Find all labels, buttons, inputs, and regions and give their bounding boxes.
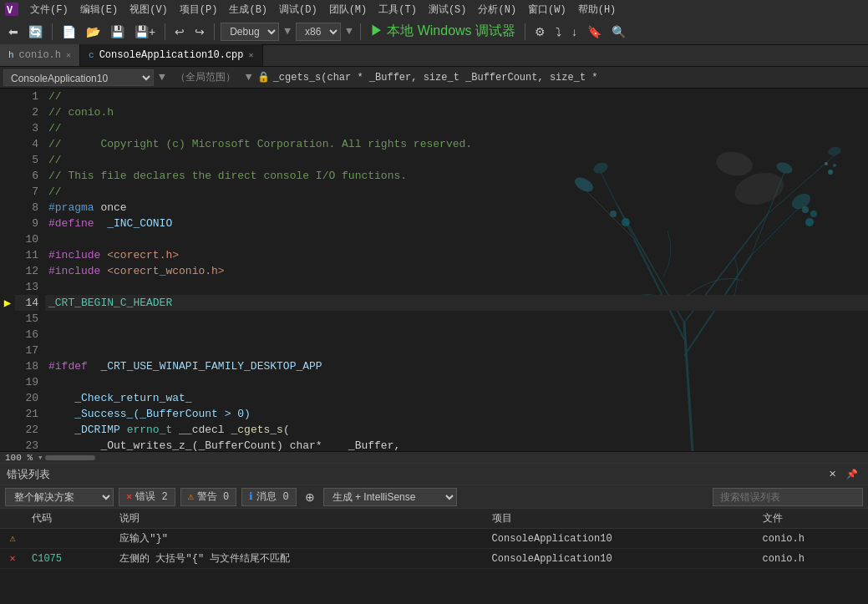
menu-test[interactable]: 测试(S) (424, 1, 472, 18)
tab-conio-icon: h (8, 50, 14, 60)
menu-window[interactable]: 窗口(W) (523, 1, 571, 18)
error-desc-cell: 应输入"}" (113, 529, 485, 549)
save-all-button[interactable]: 💾+ (131, 23, 159, 40)
line-number-19: 19 (15, 374, 38, 390)
save-button[interactable]: 💾 (107, 23, 128, 40)
error-count-label: 错误 2 (135, 490, 167, 504)
code-line-4: // Copyright (c) Microsoft Corporation. … (45, 136, 868, 152)
separator-2 (165, 23, 165, 40)
line-number-6: 6 (15, 168, 38, 184)
code-line-12: #include <corecrt_wconio.h> (45, 263, 868, 279)
separator-3 (214, 23, 215, 40)
line-number-5: 5 (15, 152, 38, 168)
code-line-21: _Success_(_BufferCount > 0) (45, 406, 868, 422)
error-desc-cell: 左侧的 大括号"{" 与文件结尾不匹配 (113, 549, 485, 569)
undo-button[interactable]: ↩ (171, 23, 188, 40)
col-header-desc: 说明 (113, 509, 485, 529)
menu-build[interactable]: 生成(B) (224, 1, 272, 18)
nav-lock-icon: 🔒 (257, 71, 270, 84)
bookmark-button[interactable]: 🔖 (584, 23, 605, 40)
tab-cpp-close[interactable]: ✕ (249, 50, 254, 60)
error-panel-close[interactable]: ✕ (825, 467, 840, 481)
warning-count-badge[interactable]: ⚠ 警告 0 (180, 488, 237, 506)
line-number-8: 8 (15, 200, 38, 216)
error-toolbar: 整个解决方案 ✕ 错误 2 ⚠ 警告 0 ℹ 消息 0 ⊕ 生成 + Intel… (0, 485, 868, 509)
vs-logo: V (3, 1, 20, 18)
tab-conio-close[interactable]: ✕ (66, 50, 71, 60)
menu-view[interactable]: 视图(V) (124, 1, 173, 18)
error-file-cell: conio.h (756, 529, 868, 549)
line-number-11: 11 (15, 247, 38, 263)
error-panel-pin[interactable]: 📌 (843, 467, 861, 481)
code-line-6: // This file declares the direct console… (45, 168, 868, 184)
code-line-20: _Check_return_wat_ (45, 390, 868, 406)
code-line-11: #include <corecrt.h> (45, 247, 868, 263)
code-line-7: // (45, 184, 868, 200)
table-row[interactable]: ⚠ 应输入"}" ConsoleApplication10 conio.h (0, 529, 868, 549)
code-line-2: // conio.h (45, 104, 868, 120)
panel-controls: ✕ 📌 (825, 467, 861, 481)
zoom-icon[interactable]: ▾ (38, 452, 43, 463)
find-button[interactable]: 🔍 (608, 23, 629, 40)
redo-button[interactable]: ↪ (191, 23, 208, 40)
nav-bar: ConsoleApplication10 ▼ （全局范围） ▼ 🔒 _cgets… (0, 67, 868, 89)
message-count-label: 消息 0 (256, 490, 288, 504)
code-line-16 (45, 327, 868, 343)
platform-select[interactable]: x86 (296, 23, 341, 41)
col-header-code: 代码 (25, 509, 113, 529)
error-project-cell: ConsoleApplication10 (485, 549, 756, 569)
code-line-14: _CRT_BEGIN_C_HEADER (45, 295, 868, 311)
back-button[interactable]: ⬅ (5, 23, 22, 40)
code-line-22: _DCRIMP errno_t __cdecl _cgets_s( (45, 422, 868, 438)
menu-tools[interactable]: 工具(T) (373, 1, 422, 18)
nav-func-label: _cgets_s(char * _Buffer, size_t _BufferC… (273, 72, 865, 84)
code-area[interactable]: //// conio.h//// Copyright (c) Microsoft… (45, 89, 868, 451)
error-code-link[interactable]: C1075 (32, 553, 62, 565)
menu-analyze[interactable]: 分析(N) (473, 1, 521, 18)
message-count-badge[interactable]: ℹ 消息 0 (241, 488, 296, 506)
line-number-12: 12 (15, 263, 38, 279)
error-search-input[interactable] (713, 488, 863, 506)
run-button[interactable]: ▶ 本地 Windows 调试器 (367, 23, 519, 40)
separator-4 (360, 23, 361, 40)
line-number-20: 20 (15, 390, 38, 406)
menu-file[interactable]: 文件(F) (25, 1, 74, 18)
warning-count-label: 警告 0 (197, 490, 229, 504)
menu-edit[interactable]: 编辑(E) (75, 1, 124, 18)
tab-cpp-icon: c (89, 50, 94, 60)
error-build-select[interactable]: 生成 + IntelliSense (323, 488, 457, 506)
code-line-15 (45, 311, 868, 327)
error-count-badge[interactable]: ✕ 错误 2 (119, 488, 175, 506)
debug-config-select[interactable]: Debug (221, 23, 279, 41)
step-into-button[interactable]: ↓ (568, 23, 581, 40)
line-number-16: 16 (15, 327, 38, 343)
menu-debug[interactable]: 调试(D) (274, 1, 322, 18)
line-number-15: 15 (15, 311, 38, 327)
nav-project-select[interactable]: ConsoleApplication10 (3, 69, 154, 86)
menu-team[interactable]: 团队(M) (324, 1, 373, 18)
code-line-17 (45, 343, 868, 358)
horizontal-scrollbar[interactable] (43, 454, 868, 462)
error-filter-toggle[interactable]: ⊕ (302, 489, 318, 505)
line-number-21: 21 (15, 406, 38, 422)
menu-project[interactable]: 项目(P) (175, 1, 223, 18)
open-button[interactable]: 📂 (83, 23, 104, 40)
warning-icon: ⚠ (188, 490, 194, 503)
table-row[interactable]: ✕ C1075 左侧的 大括号"{" 与文件结尾不匹配 ConsoleAppli… (0, 549, 868, 569)
error-table-container: 代码 说明 项目 文件 ⚠ 应输入"}" ConsoleApplication1… (0, 509, 868, 597)
new-file-button[interactable]: 📄 (58, 23, 79, 40)
error-scope-select[interactable]: 整个解决方案 (5, 488, 114, 506)
refresh-button[interactable]: 🔄 (25, 23, 46, 40)
attach-button[interactable]: ⚙ (531, 23, 549, 40)
editor-container: ▶ 12345678910111213141516171819202122232… (0, 89, 868, 451)
tab-cpp[interactable]: c ConsoleApplication10.cpp ✕ (80, 44, 262, 66)
tab-conio[interactable]: h conio.h ✕ (0, 44, 80, 66)
code-line-10 (45, 231, 868, 247)
code-line-5: // (45, 152, 868, 168)
error-icon: ✕ (126, 490, 132, 503)
step-over-button[interactable]: ⤵ (552, 23, 565, 40)
line-number-18: 18 (15, 358, 38, 374)
error-type-icon: ✕ (0, 549, 25, 569)
current-line-arrow: ▶ (4, 296, 11, 310)
menu-help[interactable]: 帮助(H) (573, 1, 622, 18)
